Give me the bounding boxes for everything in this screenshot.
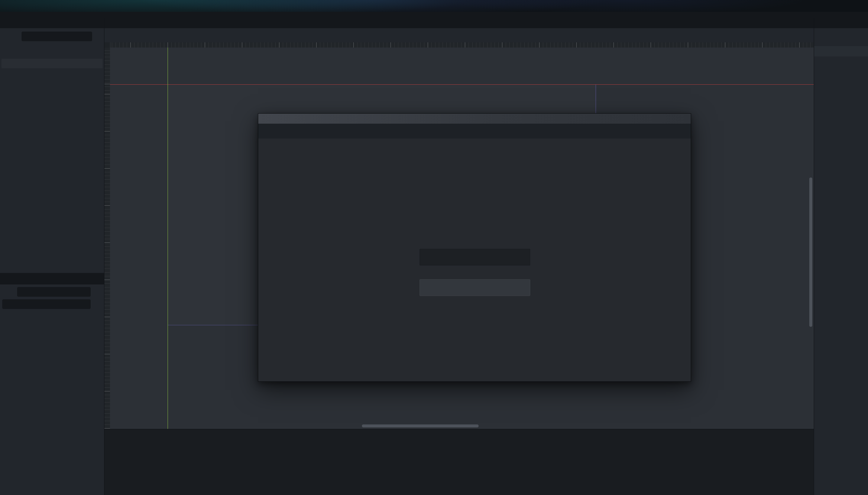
close-button[interactable]: [677, 115, 688, 123]
instance-scene-button[interactable]: [12, 31, 20, 42]
ruler-corner: [104, 42, 110, 48]
filter-nodes-box: [22, 32, 92, 41]
run-controls: [822, 0, 868, 12]
inspector-tabs: [814, 18, 868, 28]
scene-toolbar: [2, 31, 102, 42]
scene-tree-menu-button[interactable]: [94, 31, 102, 42]
canvas-toolbar: [104, 28, 814, 43]
scene-panel: [0, 28, 104, 273]
x-axis-line: [110, 84, 814, 85]
filesystem-panel: [0, 274, 104, 495]
remote-local-toggle: [3, 45, 101, 55]
filter-nodes-input[interactable]: [25, 33, 89, 40]
inspector-dock: [814, 18, 868, 495]
filter-files-input[interactable]: [5, 301, 88, 307]
game-content: [258, 139, 691, 381]
vertical-scrollbar[interactable]: [809, 178, 812, 327]
add-node-button[interactable]: [2, 31, 10, 42]
inspector-toolbar: [814, 30, 868, 42]
sort-files-button[interactable]: [92, 299, 102, 309]
split-view-button[interactable]: [93, 287, 102, 297]
left-dock-tabs: [0, 18, 104, 28]
left-dock: [0, 18, 104, 495]
scene-tree-root-node[interactable]: [1, 59, 103, 68]
filter-files-box: [2, 299, 91, 309]
godot-editor: [0, 0, 868, 495]
horizontal-ruler: [110, 42, 814, 48]
debug-game-window: [258, 113, 691, 382]
minimize-button[interactable]: [648, 115, 660, 123]
current-path-box: [17, 287, 91, 297]
game-debug-toolbar: [258, 124, 691, 139]
menubar-glow: [0, 0, 868, 12]
scene-tab-bar: [104, 18, 814, 28]
maximize-button[interactable]: [663, 115, 674, 123]
history-back-button[interactable]: [2, 287, 8, 297]
menu-bar: [0, 0, 868, 12]
output-panel: [104, 429, 814, 495]
filesystem-tabs: [0, 274, 104, 284]
increase-button[interactable]: [420, 249, 530, 266]
filesystem-tree: [0, 313, 104, 495]
game-window-titlebar[interactable]: [258, 114, 691, 124]
edited-resource-row[interactable]: [814, 46, 868, 56]
current-path-input[interactable]: [20, 289, 88, 295]
vertical-ruler: [104, 48, 110, 429]
history-forward-button[interactable]: [9, 287, 15, 297]
y-axis-line: [168, 48, 168, 429]
decrease-button[interactable]: [420, 279, 530, 296]
horizontal-scrollbar[interactable]: [362, 424, 479, 427]
filesystem-nav: [2, 287, 102, 297]
